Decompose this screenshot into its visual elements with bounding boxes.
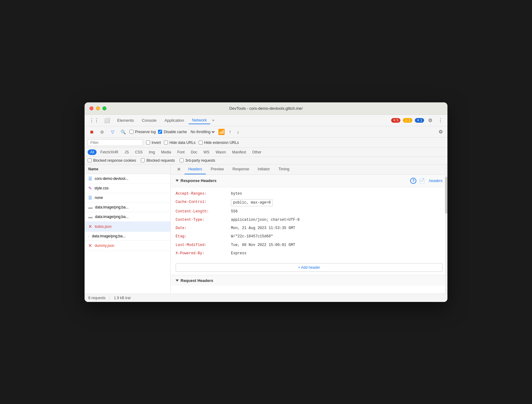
invert-label[interactable]: Invert — [146, 141, 161, 145]
network-settings-button[interactable]: ⚙ — [437, 128, 444, 136]
type-filter-css[interactable]: CSS — [133, 149, 145, 155]
type-filter-js[interactable]: JS — [122, 149, 131, 155]
blocked-bar: Blocked response cookies Blocked request… — [85, 157, 447, 164]
scrollbar-track[interactable] — [445, 164, 447, 294]
file-headers-icon: 📄 — [419, 178, 425, 184]
type-filter-wasm[interactable]: Wasm — [213, 149, 228, 155]
blocked-requests-checkbox[interactable] — [141, 158, 145, 162]
main-content: Name ☰ cors-demo-devtool... ✎ style.css … — [85, 164, 447, 294]
third-party-requests-label[interactable]: 3rd-party requests — [180, 158, 215, 163]
tab-elements[interactable]: Elements — [113, 117, 137, 124]
filter-button[interactable]: ▽ — [109, 128, 117, 136]
search-button[interactable]: 🔍 — [119, 128, 127, 136]
settings-button[interactable]: ⚙ — [427, 117, 434, 124]
download-button[interactable]: ↓ — [235, 128, 241, 136]
list-item-todos-json[interactable]: ✕ todos.json — [85, 222, 170, 232]
img-icon: ▬ — [88, 214, 93, 219]
tab-application[interactable]: Application — [161, 117, 188, 124]
type-filter-bar: All Fetch/XHR JS CSS Img Media Font Doc … — [85, 148, 447, 157]
scrollbar-thumb[interactable] — [445, 177, 447, 214]
list-item[interactable]: ☰ none — [85, 193, 170, 203]
warning-count: 1 — [409, 118, 411, 122]
type-filter-doc[interactable]: Doc — [188, 149, 200, 155]
file-name: style.css — [94, 186, 109, 190]
type-filter-media[interactable]: Media — [159, 149, 174, 155]
request-headers-section[interactable]: Request Headers — [171, 275, 447, 286]
list-item[interactable]: ▫ data:image/png;ba... — [85, 232, 170, 241]
hide-data-urls-text: Hide data URLs — [169, 141, 196, 145]
filter-input[interactable] — [88, 139, 143, 146]
throttle-select[interactable]: No throttling — [189, 129, 216, 134]
img-icon: ▬ — [88, 205, 93, 210]
tab-initiator[interactable]: Initiator — [254, 164, 273, 174]
file-name: data:image/png;ba... — [92, 234, 125, 238]
cursor-icon-button[interactable]: ⋮⋮ — [88, 117, 101, 124]
tab-console[interactable]: Console — [138, 117, 160, 124]
hide-extension-urls-checkbox[interactable] — [199, 141, 203, 145]
preserve-log-label[interactable]: Preserve log — [129, 130, 156, 134]
tab-response[interactable]: Response — [229, 164, 253, 174]
header-rows: Accept-Ranges: bytes Cache-Control: publ… — [171, 187, 447, 260]
list-item-dummy-json[interactable]: ✕ dummy.json — [85, 241, 170, 251]
more-tabs-button[interactable]: » — [211, 117, 216, 124]
type-filter-manifest[interactable]: Manifest — [230, 149, 248, 155]
minimize-button[interactable] — [96, 106, 100, 110]
hide-data-urls-checkbox[interactable] — [164, 141, 168, 145]
preserve-log-checkbox[interactable] — [129, 130, 133, 134]
header-value: bytes — [231, 191, 242, 197]
doc-icon: ☰ — [88, 195, 92, 200]
list-item[interactable]: ☰ cors-demo-devtool... — [85, 174, 170, 184]
header-value: application/json; charset=UTF-8 — [231, 217, 300, 223]
maximize-button[interactable] — [102, 106, 106, 110]
tab-timing[interactable]: Timing — [275, 164, 293, 174]
disable-cache-checkbox[interactable] — [158, 130, 162, 134]
type-filter-other[interactable]: Other — [250, 149, 264, 155]
hide-extension-urls-label[interactable]: Hide extension URLs — [199, 141, 239, 145]
disable-cache-label[interactable]: Disable cache — [158, 130, 187, 134]
type-filter-fetch-xhr[interactable]: Fetch/XHR — [98, 149, 121, 155]
list-item[interactable]: ✎ style.css — [85, 184, 170, 193]
list-item[interactable]: ▬ data:image/png;ba... — [85, 212, 170, 222]
blocked-response-cookies-checkbox[interactable] — [88, 158, 92, 162]
warning-badge[interactable]: ⚠ 1 — [403, 118, 412, 123]
hide-extension-urls-text: Hide extension URLs — [204, 141, 239, 145]
responsive-icon-button[interactable]: ⬜ — [102, 117, 112, 124]
error-badge[interactable]: ✕ 5 — [391, 118, 400, 123]
devtools-body: ⋮⋮ ⬜ Elements Console Application Networ… — [85, 115, 447, 302]
clear-button[interactable]: ⊘ — [98, 128, 106, 136]
error-icon: ✕ — [88, 224, 92, 229]
file-name: none — [95, 196, 103, 200]
log-badge[interactable]: ✕ 1 — [415, 118, 424, 123]
tab-preview[interactable]: Preview — [207, 164, 228, 174]
type-filter-font[interactable]: Font — [175, 149, 187, 155]
header-key: Last-Modified: — [176, 242, 231, 248]
close-panel-button[interactable]: ✕ — [174, 164, 183, 174]
headers-link[interactable]: .headers — [428, 179, 443, 183]
blocked-response-cookies-label[interactable]: Blocked response cookies — [88, 158, 136, 163]
blocked-requests-text: Blocked requests — [146, 158, 175, 163]
more-options-button[interactable]: ⋮ — [436, 117, 444, 124]
tab-network[interactable]: Network — [189, 117, 211, 124]
header-value: 556 — [231, 209, 238, 215]
hide-data-urls-label[interactable]: Hide data URLs — [164, 141, 196, 145]
help-icon[interactable]: ? — [410, 178, 416, 184]
type-filter-ws[interactable]: WS — [201, 149, 212, 155]
upload-button[interactable]: ↑ — [227, 128, 233, 136]
list-item[interactable]: ▬ data:image/png;ba... — [85, 203, 170, 212]
type-filter-all[interactable]: All — [88, 149, 97, 155]
blocked-requests-label[interactable]: Blocked requests — [141, 158, 175, 163]
type-filter-img[interactable]: Img — [146, 149, 157, 155]
invert-checkbox[interactable] — [146, 141, 150, 145]
top-toolbar: ⋮⋮ ⬜ Elements Console Application Networ… — [85, 115, 447, 126]
stop-recording-button[interactable]: ⏹ — [88, 128, 96, 136]
third-party-requests-checkbox[interactable] — [180, 158, 184, 162]
headers-panel: ✕ Headers Preview Response Initiator Tim… — [171, 164, 447, 294]
window-title: DevTools - cors-demo-devtools.glitch.me/ — [229, 106, 303, 111]
doc-icon: ☰ — [88, 176, 92, 181]
add-header-button[interactable]: + Add header — [176, 263, 443, 272]
close-button[interactable] — [89, 106, 93, 110]
request-headers-title: Request Headers — [181, 278, 443, 283]
header-key: Etag: — [176, 234, 231, 240]
tab-headers[interactable]: Headers — [185, 164, 206, 174]
disable-cache-text: Disable cache — [164, 130, 187, 134]
